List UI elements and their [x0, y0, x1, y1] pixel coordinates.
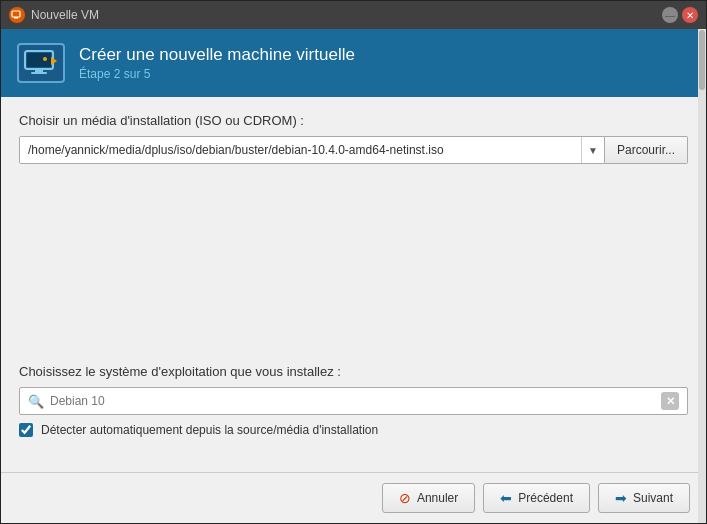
cancel-button[interactable]: ⊘ Annuler — [382, 483, 475, 513]
scrollbar-thumb[interactable] — [699, 30, 705, 90]
svg-rect-3 — [27, 53, 51, 67]
next-button[interactable]: ➡ Suivant — [598, 483, 690, 513]
svg-rect-4 — [35, 69, 43, 72]
svg-rect-5 — [31, 72, 47, 74]
iso-section-label: Choisir un média d'installation (ISO ou … — [19, 113, 688, 128]
iso-path-wrapper: ▼ — [19, 136, 605, 164]
svg-rect-0 — [12, 11, 20, 17]
scrollbar-track[interactable] — [698, 29, 706, 523]
search-icon: 🔍 — [28, 394, 44, 409]
autodetect-checkbox[interactable] — [19, 423, 33, 437]
svg-point-7 — [43, 57, 47, 61]
minimize-button[interactable]: — — [662, 7, 678, 23]
autodetect-label: Détecter automatiquement depuis la sourc… — [41, 423, 378, 437]
autodetect-row: Détecter automatiquement depuis la sourc… — [19, 423, 688, 437]
iso-row: ▼ Parcourir... — [19, 136, 688, 164]
prev-icon: ⬅ — [500, 490, 512, 506]
content-area: Choisir un média d'installation (ISO ou … — [1, 97, 706, 472]
footer: ⊘ Annuler ⬅ Précédent ➡ Suivant — [1, 472, 706, 523]
window-controls: — ✕ — [662, 7, 698, 23]
cancel-label: Annuler — [417, 491, 458, 505]
close-button[interactable]: ✕ — [682, 7, 698, 23]
os-search-row: 🔍 ✕ — [19, 387, 688, 415]
iso-dropdown-button[interactable]: ▼ — [581, 137, 604, 163]
svg-rect-1 — [14, 17, 18, 19]
os-section-label: Choisissez le système d'exploitation que… — [19, 364, 688, 379]
search-clear-button[interactable]: ✕ — [661, 392, 679, 410]
title-bar: Nouvelle VM — ✕ — [1, 1, 706, 29]
cancel-icon: ⊘ — [399, 490, 411, 506]
wizard-title: Créer une nouvelle machine virtuelle — [79, 45, 355, 65]
os-search-input[interactable] — [50, 394, 661, 408]
iso-path-input[interactable] — [20, 137, 581, 163]
prev-label: Précédent — [518, 491, 573, 505]
next-icon: ➡ — [615, 490, 627, 506]
prev-button[interactable]: ⬅ Précédent — [483, 483, 590, 513]
window-title: Nouvelle VM — [31, 8, 99, 22]
wizard-icon — [17, 43, 65, 83]
wizard-header: Créer une nouvelle machine virtuelle Éta… — [1, 29, 706, 97]
next-label: Suivant — [633, 491, 673, 505]
app-icon — [9, 7, 25, 23]
browse-button[interactable]: Parcourir... — [605, 136, 688, 164]
wizard-step: Étape 2 sur 5 — [79, 67, 355, 81]
